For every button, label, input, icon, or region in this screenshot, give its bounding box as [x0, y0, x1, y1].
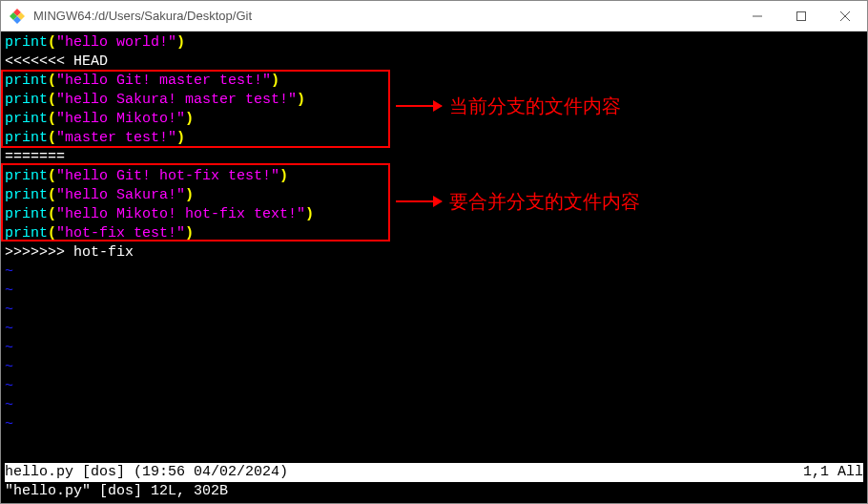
tilde-line: ~ [5, 320, 863, 339]
tilde-line: ~ [5, 301, 863, 320]
code-line: print("hello world!") [5, 33, 863, 52]
token-paren: ( [48, 73, 56, 89]
tilde-line: ~ [5, 262, 863, 282]
token-paren: ) [176, 130, 185, 146]
token-paren: ) [185, 111, 194, 127]
token-func: print [5, 225, 48, 242]
tilde-line: ~ [5, 377, 863, 396]
token-paren: ( [48, 34, 56, 51]
code-line: print("hot-fix test!") [5, 224, 863, 243]
window-title: MINGW64:/d/Users/Sakura/Desktop/Git [33, 9, 735, 23]
app-icon [9, 8, 26, 25]
token-paren: ) [297, 92, 305, 108]
minimize-icon [753, 11, 762, 21]
terminal-area[interactable]: print("hello world!") <<<<<<< HEAD print… [1, 32, 867, 503]
token-string: "hello Git! master test!" [56, 73, 271, 89]
vim-statusline: hello.py [dos] (19:56 04/02/2024) 1,1 Al… [5, 463, 863, 482]
close-icon [840, 11, 850, 21]
token-func: print [5, 130, 48, 146]
code-line: print("hello Mikoto! hot-fix text!") [5, 205, 863, 224]
token-string: "hello world!" [56, 34, 176, 51]
status-position: 1,1 All [803, 463, 863, 482]
code-line: print("master test!") [5, 129, 863, 148]
token-paren: ) [271, 73, 279, 89]
tilde-line: ~ [5, 415, 863, 434]
conflict-marker-end: >>>>>>> hot-fix [5, 243, 863, 262]
maximize-button[interactable] [779, 1, 823, 31]
token-string: "hello Sakura! master test!" [56, 92, 297, 108]
token-paren: ( [48, 92, 56, 108]
token-func: print [5, 92, 48, 108]
token-string: "master test!" [56, 130, 176, 146]
token-func: print [5, 34, 48, 51]
code-line: print("hello Sakura! master test!") [5, 91, 863, 110]
token-paren: ) [185, 187, 194, 203]
maximize-icon [796, 11, 806, 21]
token-paren: ( [48, 168, 56, 184]
token-func: print [5, 111, 48, 127]
code-line: print("hello Git! hot-fix test!") [5, 167, 863, 186]
vim-commandline: "hello.py" [dos] 12L, 302B [5, 482, 228, 501]
minimize-button[interactable] [735, 1, 779, 31]
close-button[interactable] [823, 1, 867, 31]
token-string: "hot-fix test!" [56, 225, 185, 242]
svg-rect-5 [797, 11, 806, 20]
token-paren: ) [185, 225, 194, 242]
tilde-line: ~ [5, 358, 863, 377]
token-func: print [5, 206, 48, 222]
code-line: print("hello Mikoto!") [5, 110, 863, 129]
token-func: print [5, 168, 48, 184]
token-func: print [5, 187, 48, 203]
titlebar[interactable]: MINGW64:/d/Users/Sakura/Desktop/Git [1, 1, 867, 32]
token-paren: ) [176, 34, 185, 51]
token-string: "hello Git! hot-fix test!" [56, 168, 279, 184]
mintty-window: MINGW64:/d/Users/Sakura/Desktop/Git prin… [0, 0, 868, 504]
token-paren: ( [48, 187, 56, 203]
conflict-marker-head: <<<<<<< HEAD [5, 52, 863, 72]
tilde-line: ~ [5, 282, 863, 301]
status-left: hello.py [dos] (19:56 04/02/2024) [5, 463, 288, 482]
token-string: "hello Mikoto!" [56, 111, 185, 127]
code-line: print("hello Sakura!") [5, 186, 863, 205]
window-controls [735, 1, 867, 31]
conflict-marker-sep: ======= [5, 148, 863, 167]
token-paren: ) [279, 168, 288, 184]
token-paren: ( [48, 225, 56, 242]
code-line: print("hello Git! master test!") [5, 72, 863, 91]
token-paren: ( [48, 111, 56, 127]
token-string: "hello Mikoto! hot-fix text!" [56, 206, 305, 222]
token-paren: ( [48, 130, 56, 146]
tilde-line: ~ [5, 396, 863, 415]
token-func: print [5, 73, 48, 89]
token-paren: ( [48, 206, 56, 222]
token-string: "hello Sakura!" [56, 187, 185, 203]
tilde-line: ~ [5, 339, 863, 358]
token-paren: ) [305, 206, 314, 222]
